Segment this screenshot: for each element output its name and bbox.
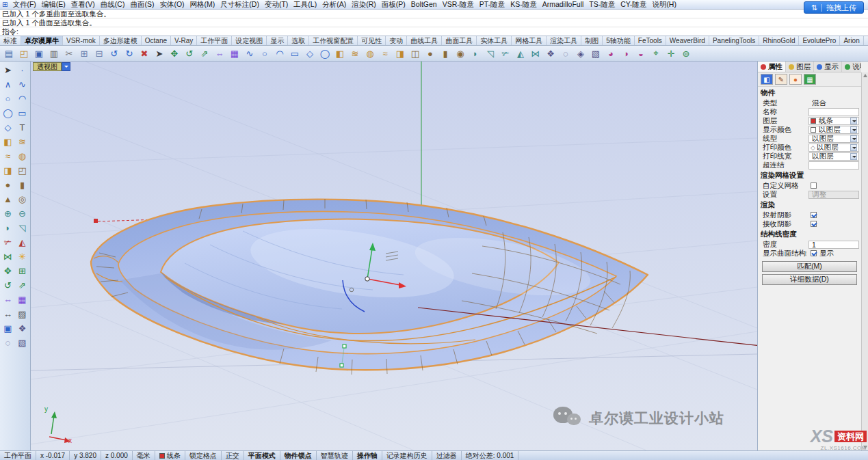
arc-icon[interactable]: ◠ (15, 92, 29, 106)
menu-item[interactable]: 实体(O) (157, 0, 187, 10)
viewport-canvas[interactable] (31, 62, 757, 450)
save-icon[interactable]: ▣ (31, 46, 47, 60)
circle-icon[interactable]: ○ (257, 46, 272, 60)
property-value[interactable] (808, 161, 859, 170)
block-icon[interactable]: ▣ (1, 321, 15, 336)
menu-item[interactable]: 面板(P) (379, 0, 408, 10)
trim-icon[interactable]: ✃ (498, 46, 513, 60)
rectangle-icon[interactable]: ▭ (15, 106, 29, 120)
property-value[interactable]: ◇ 以图层 (808, 144, 859, 152)
status-item[interactable]: x -0.017 (36, 451, 70, 460)
material-icon[interactable]: ◕ (603, 46, 618, 60)
circle-icon[interactable]: ○ (1, 92, 15, 106)
dropdown-arrow-icon[interactable] (850, 135, 857, 142)
scale-icon[interactable]: ⇗ (15, 278, 29, 293)
chamfer-icon[interactable]: ◹ (15, 221, 29, 235)
dimension-icon[interactable]: ↔ (1, 307, 15, 321)
toolbar-tab[interactable]: 选取 (288, 36, 309, 45)
text-icon[interactable]: T (15, 120, 29, 135)
property-value[interactable]: 混合 (808, 99, 859, 107)
property-value[interactable]: 线条 (808, 117, 859, 125)
checkbox[interactable] (811, 250, 817, 256)
copy-icon[interactable]: ⊞ (15, 264, 29, 278)
paste-icon[interactable]: ⊟ (92, 46, 107, 60)
extrude-icon[interactable]: ◨ (393, 46, 408, 60)
sweep-icon[interactable]: ≈ (378, 46, 393, 60)
revolve-icon[interactable]: ◍ (15, 149, 29, 163)
loft-icon[interactable]: ≋ (15, 135, 29, 149)
split-icon[interactable]: ◭ (513, 46, 528, 60)
menu-item[interactable]: BoltGen (408, 0, 440, 10)
revolve-icon[interactable]: ◍ (363, 46, 378, 60)
extrude-icon[interactable]: ◨ (1, 163, 15, 178)
cylinder-icon[interactable]: ▮ (15, 178, 29, 192)
menu-item[interactable]: 尺寸标注(D) (218, 0, 262, 10)
scale-icon[interactable]: ⇗ (197, 46, 212, 60)
dropdown-arrow-icon[interactable] (850, 118, 857, 124)
pan-view-icon[interactable]: ✛ (663, 46, 679, 60)
checkbox[interactable] (811, 212, 817, 218)
details-button[interactable]: 详细数据(D) (762, 274, 857, 285)
status-item[interactable]: y 3.820 (70, 451, 101, 460)
group-icon[interactable]: ❖ (15, 321, 29, 336)
status-item[interactable]: 记录建构历史 (382, 451, 432, 460)
join-icon[interactable]: ⋈ (1, 249, 15, 264)
ellipse-icon[interactable]: ◯ (317, 46, 332, 60)
toolbar-tab[interactable]: VSR-mok (63, 36, 100, 45)
status-item[interactable]: 操作轴 (353, 451, 382, 460)
toolbar-tab[interactable]: V-Ray (171, 36, 197, 45)
copy-icon[interactable]: ⊞ (77, 46, 92, 60)
rotate-icon[interactable]: ↺ (1, 278, 15, 293)
status-item[interactable]: 过滤器 (432, 451, 462, 460)
rectangle-icon[interactable]: ▭ (287, 46, 302, 60)
boolean-difference-icon[interactable]: ⊖ (15, 206, 29, 221)
mirror-icon[interactable]: ⇔ (212, 46, 227, 60)
sweep-icon[interactable]: ≈ (1, 149, 15, 163)
redo-icon[interactable]: ↻ (122, 46, 137, 60)
menu-item[interactable]: 编辑(E) (39, 0, 68, 10)
toolbar-tab[interactable]: EvolutePro (799, 36, 840, 45)
texture-mapping-icon[interactable]: ▦ (804, 74, 816, 85)
toolbar-tab[interactable]: 多边形建模 (100, 36, 142, 45)
print-icon[interactable]: ▥ (47, 46, 62, 60)
menu-item[interactable]: 渲染(R) (349, 0, 379, 10)
explode-icon[interactable]: ✳ (15, 249, 29, 264)
layer-icon[interactable]: ▧ (588, 46, 603, 60)
toolbar-tab[interactable]: WeaverBird (666, 36, 709, 45)
loft-icon[interactable]: ≋ (347, 46, 363, 60)
paintbrush-icon[interactable]: ✎ (775, 74, 787, 85)
menu-item[interactable]: 查看(V) (68, 0, 98, 10)
toolbar-tab[interactable]: PanelingTools (709, 36, 759, 45)
match-button[interactable]: 匹配(M) (762, 261, 857, 272)
new-file-icon[interactable]: ▤ (1, 46, 16, 60)
property-value[interactable]: 1 (808, 241, 859, 249)
cylinder-icon[interactable]: ▮ (438, 46, 453, 60)
menu-item[interactable]: 变动(T) (262, 0, 291, 10)
delete-icon[interactable]: ✖ (137, 46, 152, 60)
group-icon[interactable]: ❖ (543, 46, 558, 60)
status-item[interactable]: 绝对公差: 0.001 (462, 451, 519, 460)
toolbar-tab[interactable]: 显示 (267, 36, 288, 45)
toolbar-tab[interactable]: Arion (840, 36, 863, 45)
array-icon[interactable]: ▦ (227, 46, 242, 60)
status-item[interactable]: z 0.000 (101, 451, 133, 460)
split-icon[interactable]: ◭ (15, 235, 29, 249)
menu-item[interactable]: CY-随意 (618, 0, 649, 10)
menu-item[interactable]: KS-随意 (508, 0, 540, 10)
property-value[interactable] (808, 211, 859, 219)
menu-item[interactable]: TS-随意 (586, 0, 618, 10)
fillet-icon[interactable]: ◗ (468, 46, 483, 60)
move-icon[interactable]: ✥ (1, 264, 15, 278)
select-icon[interactable]: ➤ (152, 46, 167, 60)
sphere-icon[interactable]: ● (423, 46, 438, 60)
scroll-up-icon[interactable] (863, 74, 867, 77)
menu-item[interactable]: VSR-随意 (440, 0, 477, 10)
panel-tab[interactable]: 说明 (842, 62, 861, 72)
menu-item[interactable]: 网格(M) (187, 0, 218, 10)
perspective-viewport[interactable]: 透视图 y x 卓尔谟工业设计小站 (31, 62, 757, 450)
viewport-title[interactable]: 透视图 (33, 62, 62, 71)
property-value[interactable] (808, 220, 859, 228)
cut-icon[interactable]: ✂ (62, 46, 77, 60)
property-value[interactable]: 调整 (808, 191, 859, 199)
toolbar-tab[interactable]: 可见性 (358, 36, 386, 45)
